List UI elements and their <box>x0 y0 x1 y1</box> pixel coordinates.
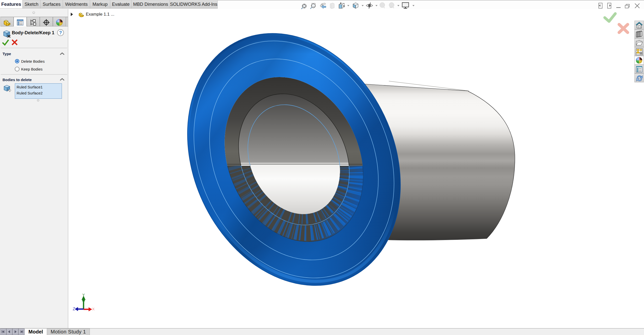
svg-text:Z: Z <box>73 307 75 311</box>
svg-text:X: X <box>92 307 95 311</box>
svg-text:Y: Y <box>82 293 85 297</box>
